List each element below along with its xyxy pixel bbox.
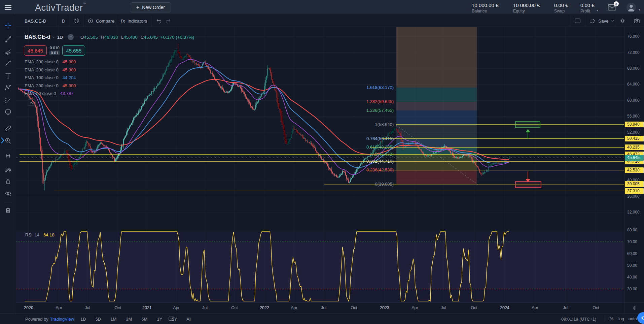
legend-symbol[interactable]: BAS.GE-d: [25, 34, 50, 40]
ohlc-values: O45.505H46.030L45.400C45.645: [80, 35, 158, 40]
time-tick: Apr: [407, 305, 422, 310]
time-tick: Apr: [51, 305, 66, 310]
axis-corner: [624, 302, 644, 313]
axis-settings-gear-icon[interactable]: [632, 305, 637, 312]
crosshair-tool[interactable]: [3, 21, 13, 30]
level-price-label: 53.940: [625, 122, 644, 127]
lock-all-tool[interactable]: [3, 176, 13, 186]
indicator-row[interactable]: EMA200 close 045.300: [25, 82, 76, 90]
left-panel-expand-chevron[interactable]: [0, 136, 5, 145]
indicator-name: EMA: [25, 83, 34, 88]
time-tick: Apr: [169, 305, 184, 310]
undo-icon: [155, 18, 162, 24]
layout-panel-button[interactable]: [574, 15, 581, 27]
symbol-button[interactable]: BAS.GE-D: [25, 15, 46, 27]
top-bar: ActivTrader™ + New Order ▾ 3 ▾ 10 000.00…: [0, 0, 644, 15]
percent-scale-button[interactable]: %: [610, 317, 613, 321]
divider: [116, 15, 116, 27]
chevron-down-icon[interactable]: ▾: [639, 8, 640, 11]
divider: [162, 316, 162, 322]
time-tick: Oct: [588, 305, 603, 310]
range-button-1y[interactable]: 1Y: [155, 316, 164, 322]
auto-scale-button[interactable]: auto: [629, 317, 637, 321]
go-to-date-button[interactable]: [168, 316, 175, 323]
indicator-row[interactable]: EMA100 close 044.204: [25, 74, 76, 82]
level-price-label: 37.310: [625, 188, 644, 194]
trend-line-tool[interactable]: [3, 35, 13, 44]
indicator-value: 44.204: [63, 75, 76, 80]
price-tick: 76.000: [627, 34, 640, 39]
candlestick-chart-canvas[interactable]: 1.618(63.170)1.382(59.645)1.236(57.465)1…: [16, 27, 624, 302]
timeframe-button[interactable]: D: [62, 15, 65, 27]
price-tick: 32.000: [627, 210, 640, 215]
indicators-button[interactable]: ƒx Indicators: [120, 15, 147, 27]
indicator-row[interactable]: EMA200 close 045.300: [25, 66, 76, 74]
stat-profit: 0.00 €Profit: [580, 2, 595, 13]
rsi-tick: 70.00: [627, 239, 637, 244]
measure-tool[interactable]: [3, 124, 13, 133]
gann-fibonacci-tool[interactable]: [3, 47, 13, 56]
time-tick: 2020: [21, 305, 36, 310]
redo-button[interactable]: [165, 15, 172, 27]
divider: [4, 120, 12, 120]
tradingview-link[interactable]: TradingView: [50, 317, 74, 322]
divider: [4, 149, 12, 149]
range-button-all[interactable]: All: [185, 316, 193, 322]
brush-tool[interactable]: [3, 59, 13, 68]
legend-collapse-button[interactable]: [27, 99, 36, 106]
indicator-params: 50 close 0: [36, 91, 56, 96]
new-order-button[interactable]: + New Order: [130, 2, 171, 12]
chart-style-button[interactable]: [73, 15, 80, 27]
stat-equity: 10 000.00 €Equity: [513, 2, 540, 13]
chevron-down-icon[interactable]: ▾: [597, 9, 598, 12]
emoji-tool[interactable]: [3, 107, 13, 117]
forecast-tool[interactable]: [3, 96, 13, 105]
clock[interactable]: 09:01:19 (UTC+1): [561, 317, 596, 322]
stat-swap: 0.00 €Swap: [554, 2, 568, 13]
range-button-6m[interactable]: 6M: [140, 316, 149, 322]
indicator-row[interactable]: EMA50 close 043.787: [25, 90, 76, 98]
drawing-lock-tool[interactable]: [3, 165, 13, 174]
range-button-1d[interactable]: 1D: [79, 316, 88, 322]
legend-timeframe[interactable]: 1D: [57, 35, 63, 40]
price-axis[interactable]: 76.00072.00068.00064.00060.00056.00052.0…: [624, 27, 644, 302]
text-tool[interactable]: [3, 71, 13, 80]
time-tick: Jul: [80, 305, 95, 310]
indicator-value: 45.300: [63, 67, 76, 72]
spread-indicator: 0.010 0.01: [49, 46, 60, 55]
undo-button[interactable]: [155, 15, 162, 27]
price-chart[interactable]: 1.618(63.170)1.382(59.645)1.236(57.465)1…: [16, 27, 624, 302]
main-menu-icon[interactable]: [5, 5, 11, 10]
log-scale-button[interactable]: log: [618, 317, 624, 321]
indicator-row[interactable]: EMA200 close 045.300: [25, 58, 76, 66]
collapse-minus-icon[interactable]: −: [68, 34, 74, 40]
svg-text:1.236(57.465): 1.236(57.465): [366, 108, 394, 113]
price-tick: 56.000: [627, 114, 640, 119]
range-button-3m[interactable]: 3M: [124, 316, 134, 322]
avatar[interactable]: [627, 3, 636, 12]
compare-button[interactable]: Compare: [87, 15, 115, 27]
ohlc-value: 45.645: [144, 35, 157, 40]
settings-button[interactable]: [619, 15, 626, 27]
range-button-5d[interactable]: 5D: [94, 316, 103, 322]
range-button-1m[interactable]: 1M: [109, 316, 118, 322]
magnet-tool[interactable]: [3, 152, 13, 162]
hide-all-tool[interactable]: [3, 189, 13, 198]
compare-plus-icon: [87, 18, 94, 24]
bottom-bar: Powered by TradingView 1D5D1M3M6M1Y5YAll…: [0, 313, 644, 324]
time-axis[interactable]: 2020AprJulOct2021AprJulOct2022AprJulOct2…: [16, 302, 624, 313]
sell-bid-button[interactable]: 45.645: [24, 45, 47, 56]
snapshot-button[interactable]: [633, 15, 640, 27]
indicator-params: 200 close 0: [36, 83, 59, 88]
indicator-name: EMA: [25, 91, 34, 96]
price-tick: 72.000: [627, 50, 640, 55]
remove-all-tool[interactable]: [3, 205, 13, 215]
time-tick: Apr: [528, 305, 542, 310]
level-price-label: 48.235: [625, 144, 644, 150]
save-button[interactable]: Save: [589, 15, 614, 27]
stat-value: 10 000.00 €: [513, 2, 540, 8]
notification-badge: 3: [614, 1, 619, 6]
pattern-tool[interactable]: [3, 83, 13, 92]
level-price-label: 50.415: [625, 136, 644, 141]
buy-ask-button[interactable]: 45.655: [62, 45, 85, 56]
